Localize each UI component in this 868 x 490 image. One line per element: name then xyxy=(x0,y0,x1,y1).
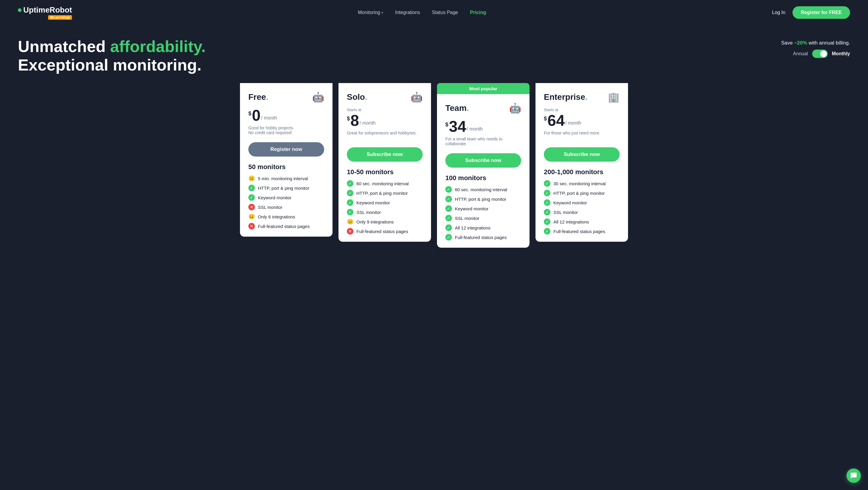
plan-enterprise-price: 64 xyxy=(548,113,565,128)
plan-solo-header: Solo. 🤖 xyxy=(347,91,423,103)
list-item: ✕ Full-featured status pages xyxy=(248,223,324,229)
billing-toggle-switch[interactable] xyxy=(812,50,828,58)
plan-team-button[interactable]: Subscribe now xyxy=(445,153,521,168)
register-button[interactable]: Register for FREE xyxy=(793,6,850,19)
feature-icon: ✓ xyxy=(347,209,353,215)
plan-solo-icon: 🤖 xyxy=(411,91,423,103)
plan-free-header: Free. 🤖 xyxy=(248,91,324,103)
feature-icon: ✓ xyxy=(544,209,550,215)
plan-solo-price-row: $ 8 / month xyxy=(347,113,423,128)
plan-enterprise-icon: 🏢 xyxy=(608,91,620,103)
list-item: ✓ SSL monitor xyxy=(445,215,521,222)
billing-toggle: Save ~20% with annual billing. Annual Mo… xyxy=(781,37,850,58)
plan-team-icon: 🤖 xyxy=(509,103,521,114)
header: UptimeRobot We are hiring! Monitoring ▾ … xyxy=(0,0,868,25)
plan-solo-name: Solo. xyxy=(347,92,367,102)
main-nav: Monitoring ▾ Integrations Status Page Pr… xyxy=(358,10,486,15)
list-item: ✓ 60 sec. monitoring interval xyxy=(347,180,423,187)
plan-enterprise-name: Enterprise. xyxy=(544,92,587,102)
list-item: ✕ Full-featured status pages xyxy=(347,228,423,234)
feature-icon: ✓ xyxy=(544,228,550,234)
logo-area: UptimeRobot We are hiring! xyxy=(18,5,72,20)
plan-team-price: 34 xyxy=(449,119,466,134)
list-item: ✓ 30 sec. monitoring interval xyxy=(544,180,620,187)
list-item: ✓ SSL monitor xyxy=(544,209,620,215)
plan-enterprise-price-row: $ 64 / month xyxy=(544,113,620,128)
plan-free-price-row: $ 0 / month xyxy=(248,108,324,123)
logo: UptimeRobot xyxy=(18,5,72,15)
feature-icon: ✓ xyxy=(445,186,452,193)
feature-icon: ✓ xyxy=(445,205,452,212)
list-item: 😐 Only 6 integrations xyxy=(248,213,324,220)
plan-solo-price: 8 xyxy=(350,113,359,128)
logo-dot-icon xyxy=(18,8,22,12)
list-item: ✓ All 12 integrations xyxy=(445,224,521,231)
pricing-section: Free. 🤖 $ 0 / month Good for hobby proje… xyxy=(0,80,868,260)
plan-team-features: ✓ 60 sec. monitoring interval ✓ HTTP, po… xyxy=(445,186,521,240)
billing-toggle-row: Annual Monthly xyxy=(793,50,850,58)
nav-integrations[interactable]: Integrations xyxy=(395,10,420,15)
plan-free-description: Good for hobby projects.No credit card r… xyxy=(248,125,324,136)
plan-solo-period: / month xyxy=(360,120,375,126)
list-item: ✓ Full-featured status pages xyxy=(544,228,620,234)
plan-solo-starts-at: Starts at xyxy=(347,108,423,112)
plan-enterprise-features: ✓ 30 sec. monitoring interval ✓ HTTP, po… xyxy=(544,180,620,234)
plan-team-price-row: $ 34 / month xyxy=(445,119,521,134)
most-popular-badge: Most popular xyxy=(437,83,529,94)
plan-free-wrapper: Free. 🤖 $ 0 / month Good for hobby proje… xyxy=(240,83,333,237)
feature-icon: ✓ xyxy=(445,196,452,202)
plan-solo-monitors: 10-50 monitors xyxy=(347,168,423,176)
list-item: ✓ All 12 integrations xyxy=(544,219,620,225)
plan-enterprise-period: / month xyxy=(565,120,581,126)
plan-team-wrapper: Most popular Team. 🤖 $ 34 / month For a … xyxy=(437,83,529,248)
plan-solo-button[interactable]: Subscribe now xyxy=(347,147,423,162)
feature-icon: ✓ xyxy=(347,190,353,196)
list-item: ✓ 60 sec. monitoring interval xyxy=(445,186,521,193)
list-item: 😐 5 min. monitoring interval xyxy=(248,175,324,182)
hiring-badge[interactable]: We are hiring! xyxy=(48,15,72,20)
plan-solo-features: ✓ 60 sec. monitoring interval ✓ HTTP, po… xyxy=(347,180,423,234)
feature-icon: 😐 xyxy=(248,213,255,220)
list-item: ✓ Keyword monitor xyxy=(445,205,521,212)
logo-text: UptimeRobot xyxy=(23,5,72,15)
plan-free-card: Free. 🤖 $ 0 / month Good for hobby proje… xyxy=(240,83,333,237)
plan-team-name: Team. xyxy=(445,104,469,113)
plan-team-period: / month xyxy=(467,126,483,132)
list-item: ✓ Keyword monitor xyxy=(544,199,620,206)
nav-actions: Log In Register for FREE xyxy=(772,6,850,19)
list-item: ✓ Keyword monitor xyxy=(248,194,324,201)
nav-pricing[interactable]: Pricing xyxy=(470,10,486,15)
chat-bubble-button[interactable] xyxy=(846,468,861,483)
feature-icon: 😐 xyxy=(248,175,255,182)
nav-status-page[interactable]: Status Page xyxy=(432,10,458,15)
feature-icon: 😐 xyxy=(347,219,353,225)
plan-enterprise-card: Enterprise. 🏢 Starts at $ 64 / month For… xyxy=(535,83,628,242)
feature-icon: ✓ xyxy=(544,180,550,187)
plan-enterprise-wrapper: Enterprise. 🏢 Starts at $ 64 / month For… xyxy=(535,83,628,242)
plan-team-description: For a small team who needs to collaborat… xyxy=(445,137,521,147)
chevron-down-icon: ▾ xyxy=(381,11,383,15)
plan-enterprise-button[interactable]: Subscribe now xyxy=(544,147,620,162)
feature-icon: ✕ xyxy=(248,223,255,229)
plan-enterprise-starts-at: Starts at xyxy=(544,108,620,112)
feature-icon: ✕ xyxy=(347,228,353,234)
plan-solo-wrapper: Solo. 🤖 Starts at $ 8 / month Great for … xyxy=(339,83,431,242)
feature-icon: ✓ xyxy=(248,185,255,191)
plan-free-icon: 🤖 xyxy=(312,91,324,103)
hero-headline: Unmatched affordability. Exceptional mon… xyxy=(18,37,206,74)
feature-icon: ✓ xyxy=(544,199,550,206)
list-item: ✕ SSL monitor xyxy=(248,204,324,210)
hero-highlight: affordability xyxy=(110,37,201,55)
nav-monitoring[interactable]: Monitoring ▾ xyxy=(358,10,383,15)
plan-team-monitors: 100 monitors xyxy=(445,174,521,182)
feature-icon: ✓ xyxy=(544,219,550,225)
plan-enterprise-description: For those who just need more. xyxy=(544,131,620,141)
feature-icon: ✓ xyxy=(544,190,550,196)
list-item: ✓ HTTP, port & ping monitor xyxy=(445,196,521,202)
plan-free-monitors: 50 monitors xyxy=(248,163,324,171)
feature-icon: ✓ xyxy=(347,199,353,206)
plan-team-header: Team. 🤖 xyxy=(445,103,521,114)
plan-free-button[interactable]: Register now xyxy=(248,142,324,156)
login-button[interactable]: Log In xyxy=(772,10,785,15)
list-item: ✓ HTTP, port & ping monitor xyxy=(544,190,620,196)
